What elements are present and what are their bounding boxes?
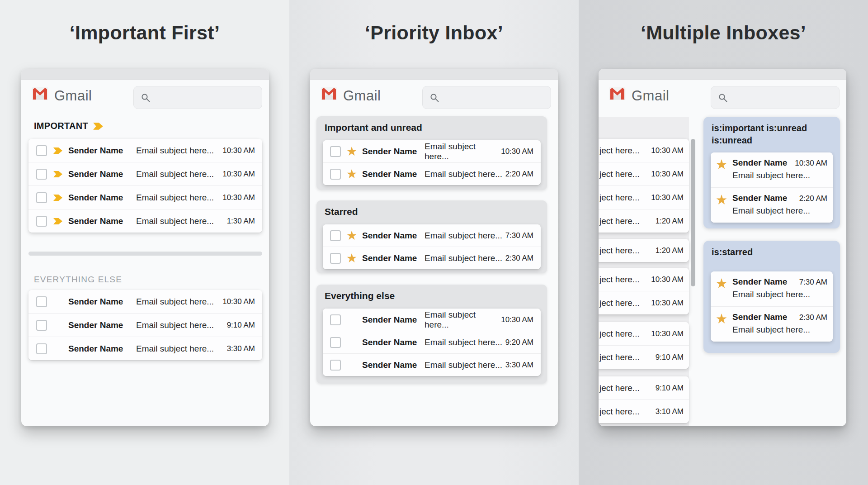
email-row[interactable]: Sender Name Email subject here... 7:30 A…: [323, 224, 541, 247]
email-row[interactable]: ject here... 10:30 AM: [599, 268, 689, 291]
importance-marker-icon[interactable]: [53, 147, 63, 155]
email-sender: Sender Name: [68, 169, 136, 179]
email-row[interactable]: Sender Name Email subject here... 2:20 A…: [323, 162, 541, 185]
gmail-window-priority-inbox: Gmail Important and unread Sender Name E…: [310, 69, 558, 426]
email-subject: ject here...: [599, 275, 651, 285]
email-checkbox[interactable]: [36, 145, 47, 156]
email-row[interactable]: ject here... 1:20 AM: [599, 209, 689, 233]
star-icon[interactable]: [716, 159, 727, 170]
email-subject: Email subject here...: [425, 142, 501, 162]
email-checkbox[interactable]: [330, 360, 341, 371]
email-row[interactable]: Sender Name Email subject here... 9:10 A…: [28, 313, 262, 337]
email-time: 9:20 AM: [505, 338, 533, 347]
email-sender: Sender Name: [732, 158, 787, 168]
email-row[interactable]: ject here... 10:30 AM: [599, 322, 689, 345]
multi-inbox-panel-important-unread: is:important is:unread is:unread Sender …: [703, 117, 840, 228]
gmail-logo-icon: [32, 87, 48, 100]
star-icon[interactable]: [347, 231, 357, 240]
email-checkbox[interactable]: [36, 343, 47, 354]
email-sender: Sender Name: [362, 338, 425, 347]
star-icon[interactable]: [716, 195, 727, 205]
email-time: 10:30 AM: [651, 146, 684, 155]
search-icon: [141, 93, 151, 103]
email-subject: Email subject here...: [732, 206, 810, 216]
star-icon[interactable]: [347, 169, 357, 179]
email-checkbox[interactable]: [36, 296, 47, 307]
email-time: 10:30 AM: [501, 147, 533, 156]
email-checkbox[interactable]: [330, 146, 341, 157]
email-row[interactable]: Sender Name Email subject here... 3:30 A…: [28, 337, 262, 360]
everything-else-label: EVERYTHING ELSE: [34, 275, 122, 285]
email-row[interactable]: Sender Name Email subject here... 10:30 …: [28, 290, 262, 313]
email-subject: ject here...: [599, 407, 656, 417]
email-row[interactable]: Sender Name Email subject here... 10:30 …: [323, 140, 541, 162]
email-checkbox[interactable]: [330, 314, 341, 325]
email-time: 10:30 AM: [651, 299, 684, 308]
email-checkbox[interactable]: [330, 337, 341, 348]
email-checkbox[interactable]: [36, 192, 47, 203]
email-row[interactable]: ject here... 10:30 AM: [599, 139, 689, 162]
email-row[interactable]: ject here... 9:10 AM: [599, 345, 689, 369]
email-subject: ject here...: [599, 352, 656, 362]
email-time: 3:30 AM: [227, 344, 255, 353]
email-row[interactable]: ject here... 3:10 AM: [599, 399, 689, 423]
email-row[interactable]: Sender Name Email subject here... 9:20 A…: [323, 331, 541, 353]
email-row[interactable]: ject here... 10:30 AM: [599, 162, 689, 185]
inbox-section-everything-else: Everything else Sender Name Email subjec…: [316, 285, 547, 384]
email-time: 2:20 AM: [505, 170, 533, 179]
search-input[interactable]: [711, 86, 840, 109]
email-row[interactable]: Sender Name Email subject here... 1:30 A…: [28, 209, 262, 233]
email-checkbox[interactable]: [330, 230, 341, 241]
email-sender: Sender Name: [362, 231, 425, 241]
email-row[interactable]: Sender Name 10:30 AM Email subject here.…: [711, 152, 833, 187]
email-row[interactable]: Sender Name Email subject here... 10:30 …: [28, 139, 262, 162]
email-checkbox[interactable]: [330, 169, 341, 180]
gmail-window-important-first: Gmail IMPORTANT Sender Name Email subjec…: [21, 69, 269, 426]
email-subject: ject here...: [599, 169, 651, 179]
inbox-section-starred: Starred Sender Name Email subject here..…: [316, 200, 547, 273]
email-row[interactable]: Sender Name Email subject here... 10:30 …: [28, 162, 262, 185]
email-row[interactable]: Sender Name 2:30 AM Email subject here..…: [711, 306, 833, 342]
email-time: 7:30 AM: [505, 231, 533, 240]
email-subject: ject here...: [599, 329, 651, 339]
email-time: 9:10 AM: [656, 353, 684, 362]
email-list-card: Sender Name Email subject here... 10:30 …: [323, 140, 541, 185]
star-icon[interactable]: [347, 147, 357, 156]
email-row[interactable]: ject here... 9:10 AM: [599, 376, 689, 399]
email-subject: ject here...: [599, 298, 651, 308]
email-row[interactable]: ject here... 10:30 AM: [599, 185, 689, 209]
email-subject: Email subject here...: [425, 253, 505, 263]
star-icon[interactable]: [716, 314, 727, 324]
email-checkbox[interactable]: [36, 320, 47, 331]
section-label: Important and unread: [325, 122, 422, 133]
email-sender: Sender Name: [362, 315, 425, 325]
search-icon: [718, 93, 728, 103]
email-checkbox[interactable]: [36, 169, 47, 180]
email-row[interactable]: ject here... 1:20 AM: [599, 239, 689, 262]
email-row[interactable]: Sender Name Email subject here... 10:30 …: [323, 309, 541, 331]
email-time: 1:30 AM: [227, 217, 255, 226]
email-subject: Email subject here...: [732, 325, 810, 335]
scrollbar-thumb[interactable]: [691, 139, 695, 286]
email-row[interactable]: Sender Name Email subject here... 10:30 …: [28, 185, 262, 209]
email-row[interactable]: Sender Name 7:30 AM Email subject here..…: [711, 271, 833, 306]
email-row[interactable]: Sender Name Email subject here... 3:30 A…: [323, 353, 541, 376]
email-checkbox[interactable]: [330, 253, 341, 264]
search-input[interactable]: [133, 86, 262, 109]
email-list-card: Sender Name 10:30 AM Email subject here.…: [711, 152, 833, 223]
importance-marker-icon[interactable]: [53, 194, 63, 202]
email-list-card: ject here... 10:30 AM ject here... 9:10 …: [599, 322, 689, 369]
email-time: 3:10 AM: [656, 407, 684, 416]
email-checkbox[interactable]: [36, 216, 47, 227]
email-sender: Sender Name: [732, 277, 787, 287]
search-input[interactable]: [422, 86, 551, 109]
importance-marker-icon[interactable]: [53, 217, 63, 225]
email-row[interactable]: Sender Name Email subject here... 2:30 A…: [323, 247, 541, 269]
email-row[interactable]: ject here... 10:30 AM: [599, 291, 689, 314]
email-subject: ject here...: [599, 246, 656, 256]
star-icon[interactable]: [347, 253, 357, 263]
star-icon[interactable]: [716, 278, 727, 289]
email-row[interactable]: Sender Name 2:20 AM Email subject here..…: [711, 187, 833, 223]
gmail-wordmark: Gmail: [632, 88, 669, 104]
importance-marker-icon[interactable]: [53, 170, 63, 178]
